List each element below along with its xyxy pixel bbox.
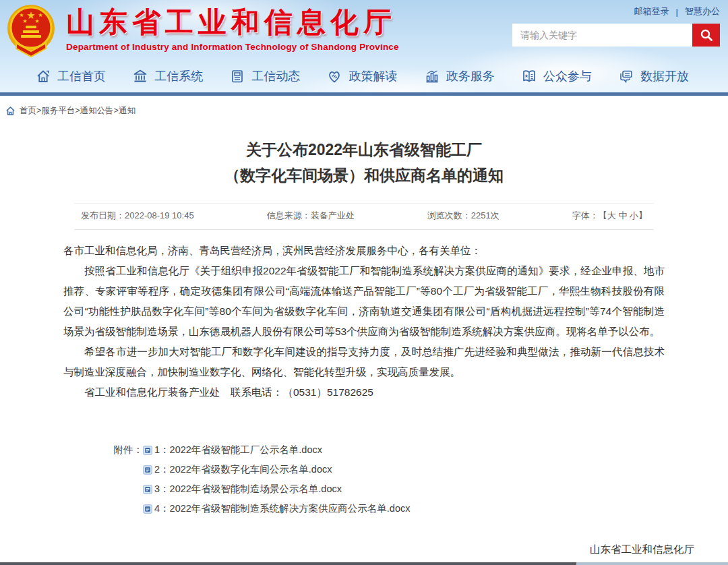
nav-item-service[interactable]: 政务服务: [424, 68, 495, 84]
article-meta: 发布日期：2022-08-19 10:45 信息来源：装备产业处 浏览次数：22…: [74, 203, 654, 230]
nav-label: 数据开放: [640, 68, 689, 84]
nav-item-data[interactable]: 数据开放: [618, 68, 689, 84]
article-title-line1: 关于公布2022年山东省级智能工厂: [0, 137, 728, 162]
doc-file-icon: [143, 504, 152, 514]
site-subtitle: Department of Industry and Information T…: [66, 42, 399, 52]
bottom-scrollbar-thumb[interactable]: [0, 562, 576, 565]
main-nav: 工信首页 工信系统: [0, 60, 728, 92]
attachment-name: 2：2022年省级数字化车间公示名单.docx: [154, 460, 332, 479]
publish-date: 发布日期：2022-08-19 10:45: [81, 210, 194, 222]
chart-icon: [424, 68, 440, 84]
smart-office-link[interactable]: 智慧办公: [685, 5, 720, 18]
attachment-link-4[interactable]: 4：2022年省级智能制造系统解决方案供应商公示名单.docx: [143, 499, 410, 518]
header-separator-bar: [0, 92, 728, 96]
site-brand: ★ ★ ★ ★ ★ 山东省工业和信息化厅 Department of Indus…: [5, 3, 399, 59]
bank-icon: [132, 68, 148, 84]
doc-file-icon: [143, 465, 152, 475]
font-size-options[interactable]: 【大 中 小】: [599, 210, 647, 220]
nav-label: 工信动态: [251, 68, 300, 84]
svg-text:★: ★: [524, 73, 528, 78]
home-icon: [35, 68, 51, 84]
breadcrumb-path[interactable]: 首页>服务平台>通知公告>通知: [20, 105, 135, 117]
site-header: ★ ★ ★ ★ ★ 山东省工业和信息化厅 Department of Indus…: [0, 0, 728, 96]
view-count: 浏览次数：2251次: [427, 210, 499, 222]
chat-bubbles-icon: [618, 68, 634, 84]
signature-block: 山东省工业和信息化厅 2022年8月19日: [34, 539, 694, 565]
info-source: 信息来源：装备产业处: [267, 210, 355, 222]
breadcrumb-home-icon: [5, 106, 16, 116]
attachment-link-2[interactable]: 2：2022年省级数字化车间公示名单.docx: [143, 460, 410, 479]
nav-item-policy[interactable]: 政策解读: [326, 68, 397, 84]
font-size-control: 字体：【大 中 小】: [572, 210, 647, 222]
nav-label: 工信首页: [57, 68, 106, 84]
paragraph-main: 按照省工业和信息化厅《关于组织申报2022年省级智能工厂和智能制造系统解决方案供…: [63, 261, 665, 342]
bottom-scrollbar[interactable]: [0, 562, 728, 565]
article-body: 各市工业和信息化局，济南、青岛民营经济局，滨州民营经济发展服务中心，各有关单位：…: [63, 241, 665, 403]
nav-item-news[interactable]: 工信动态: [229, 68, 300, 84]
attachment-name: 1：2022年省级智能工厂公示名单.docx: [154, 440, 322, 460]
font-size-label: 字体：: [572, 210, 599, 220]
top-links-separator: |: [676, 7, 678, 17]
nav-label: 政策解读: [348, 68, 397, 84]
article-title-line2: （数字化车间场景）和供应商名单的通知: [0, 162, 728, 188]
attachment-name: 3：2022年省级智能制造场景公示名单.docx: [154, 479, 342, 499]
nav-label: 公众参与: [543, 68, 592, 84]
breadcrumb: 首页>服务平台>通知公告>通知: [0, 96, 728, 117]
search-button[interactable]: [692, 24, 720, 47]
paragraph-hope: 希望各市进一步加大对智能工厂和数字化车间建设的指导支持力度，及时总结推广先进经验…: [63, 342, 665, 382]
handshake-icon: [326, 68, 342, 84]
signature-org: 山东省工业和信息化厅: [34, 539, 694, 560]
national-emblem-logo: ★ ★ ★ ★ ★: [5, 3, 57, 59]
doc-file-icon: [143, 446, 152, 455]
page: ★ ★ ★ ★ ★ 山东省工业和信息化厅 Department of Indus…: [0, 0, 728, 565]
nav-item-participation[interactable]: ★ 公众参与: [521, 68, 592, 84]
search-bar: [512, 24, 720, 47]
doc-file-icon: [143, 485, 152, 494]
mail-login-link[interactable]: 邮箱登录: [634, 5, 669, 18]
nav-label: 工信系统: [154, 68, 203, 84]
attachments-list: 1：2022年省级智能工厂公示名单.docx 2：2022年省级数字化车间公示名…: [143, 440, 410, 518]
article-title: 关于公布2022年山东省级智能工厂 （数字化车间场景）和供应商名单的通知: [0, 137, 728, 188]
svg-text:★: ★: [38, 12, 42, 18]
attachments-section: 附件： 1：2022年省级智能工厂公示名单.docx: [63, 440, 665, 518]
svg-text:★: ★: [19, 12, 24, 18]
top-utility-links: 邮箱登录 | 智慧办公: [634, 5, 720, 18]
attachments-label: 附件：: [63, 440, 143, 518]
nav-item-home[interactable]: 工信首页: [35, 68, 106, 84]
paragraph-contact: 省工业和信息化厅装备产业处 联系电话：（0531）51782625: [63, 382, 665, 403]
book-star-icon: ★: [521, 68, 537, 84]
search-input[interactable]: [512, 24, 692, 47]
svg-text:★: ★: [22, 18, 27, 24]
svg-text:★: ★: [34, 18, 39, 24]
search-icon: [700, 28, 713, 42]
site-title: 山东省工业和信息化厅: [66, 5, 399, 39]
paragraph-salutation: 各市工业和信息化局，济南、青岛民营经济局，滨州民营经济发展服务中心，各有关单位：: [63, 241, 665, 261]
attachment-link-1[interactable]: 1：2022年省级智能工厂公示名单.docx: [143, 440, 410, 460]
attachment-name: 4：2022年省级智能制造系统解决方案供应商公示名单.docx: [154, 499, 410, 518]
news-icon: [229, 68, 245, 84]
attachment-link-3[interactable]: 3：2022年省级智能制造场景公示名单.docx: [143, 479, 410, 499]
nav-item-system[interactable]: 工信系统: [132, 68, 203, 84]
nav-label: 政务服务: [446, 68, 495, 84]
